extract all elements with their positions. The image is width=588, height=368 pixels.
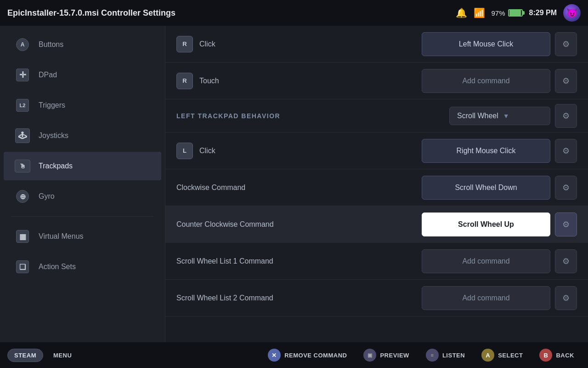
sidebar-item-virtual-menus[interactable]: ▦ Virtual Menus — [4, 222, 161, 251]
a-button-icon: A — [481, 349, 494, 362]
row-badge-r2: R — [176, 73, 193, 89]
left-trackpad-section-header: LEFT TRACKPAD BEHAVIOR Scroll Wheel ▼ ⚙ — [165, 99, 588, 132]
back-button[interactable]: B BACK — [533, 346, 581, 364]
row-label-text: Scroll Wheel List 1 Command — [176, 257, 273, 265]
dropdown-arrow-icon: ▼ — [503, 112, 509, 120]
battery-info: 97% — [492, 9, 523, 17]
sidebar-item-joysticks[interactable]: 🕹 Joysticks — [4, 121, 161, 150]
gear-button[interactable]: ⚙ — [555, 249, 577, 273]
virtual-menus-icon: ▦ — [15, 229, 30, 244]
select-label: SELECT — [498, 352, 523, 359]
row-label-text: Clockwise Command — [176, 184, 245, 192]
scroll-wheel-down-button[interactable]: Scroll Wheel Down — [422, 176, 550, 200]
row-label-text: Click — [199, 147, 215, 155]
action-sets-icon: ❏ — [15, 259, 30, 275]
remove-command-button[interactable]: ✕ REMOVE COMMAND — [261, 346, 353, 364]
gear-button[interactable]: ⚙ — [555, 69, 577, 93]
gyro-icon: ⊕ — [15, 189, 30, 204]
preview-button[interactable]: ▣ PREVIEW — [357, 346, 415, 364]
sidebar: A Buttons ✛ DPad L2 Triggers 🕹 Joysticks — [0, 26, 165, 342]
row-label: Counter Clockwise Command — [176, 220, 422, 229]
menu-button[interactable]: MENU — [47, 349, 78, 362]
main-layout: A Buttons ✛ DPad L2 Triggers 🕹 Joysticks — [0, 26, 588, 342]
gear-button[interactable]: ⚙ — [555, 286, 577, 310]
row-badge-r: R — [176, 36, 193, 52]
battery-icon — [508, 9, 523, 17]
window-title: EpicInstaller-15.7.0.msi Controller Sett… — [7, 8, 175, 18]
gamepad-icon: ▣ — [363, 349, 376, 362]
top-bar-right: 🔔 📶 97% 8:29 PM 😈 — [456, 4, 581, 22]
avatar-inner: 😈 — [563, 4, 581, 22]
scroll-list-1-add-button[interactable]: Add command — [422, 249, 550, 273]
gear-button[interactable]: ⚙ — [555, 32, 577, 56]
row-command: Scroll Wheel Down ⚙ — [422, 176, 577, 200]
row-label: R Touch — [176, 73, 422, 89]
preview-label: PREVIEW — [380, 352, 409, 359]
sidebar-item-label: Joysticks — [39, 132, 68, 140]
right-mouse-click-button[interactable]: Right Mouse Click — [422, 139, 550, 163]
clockwise-row: Clockwise Command Scroll Wheel Down ⚙ — [165, 169, 588, 206]
gear-button[interactable]: ⚙ — [555, 176, 577, 200]
clock: 8:29 PM — [529, 9, 557, 17]
select-button[interactable]: A SELECT — [475, 346, 529, 364]
avatar[interactable]: 😈 — [563, 4, 581, 22]
bottom-bar: STEAM MENU ✕ REMOVE COMMAND ▣ PREVIEW ≡ … — [0, 342, 588, 368]
listen-button[interactable]: ≡ LISTEN — [419, 346, 471, 364]
scroll-list-2-row: Scroll Wheel List 2 Command Add command … — [165, 280, 588, 316]
sidebar-item-label: Trackpads — [39, 162, 73, 170]
sidebar-item-trackpads[interactable]: 🖱 Trackpads — [4, 152, 161, 180]
top-bar: EpicInstaller-15.7.0.msi Controller Sett… — [0, 0, 588, 26]
scroll-list-1-row: Scroll Wheel List 1 Command Add command … — [165, 243, 588, 280]
row-command: Scroll Wheel Up ⚙ — [422, 213, 577, 236]
sidebar-item-label: Action Sets — [39, 263, 76, 271]
battery-fill — [509, 10, 521, 16]
right-click-row: R Click Left Mouse Click ⚙ — [165, 26, 588, 63]
row-command: Left Mouse Click ⚙ — [422, 32, 577, 56]
b-button-icon: B — [539, 349, 552, 362]
sidebar-item-label: Buttons — [39, 40, 63, 49]
listen-label: LISTEN — [442, 352, 465, 359]
gear-button[interactable]: ⚙ — [555, 213, 577, 236]
wifi-icon: 📶 — [474, 7, 485, 18]
battery-percent: 97% — [492, 9, 505, 17]
gear-button[interactable]: ⚙ — [555, 139, 577, 163]
joysticks-icon: 🕹 — [15, 128, 30, 144]
triggers-icon: L2 — [15, 98, 30, 113]
row-label: Scroll Wheel List 1 Command — [176, 257, 422, 265]
section-controls: Scroll Wheel ▼ ⚙ — [449, 104, 577, 128]
section-title: LEFT TRACKPAD BEHAVIOR — [176, 112, 449, 120]
row-label-text: Touch — [199, 77, 219, 85]
touch-row: R Touch Add command ⚙ — [165, 63, 588, 99]
sidebar-item-buttons[interactable]: A Buttons — [4, 30, 161, 59]
scroll-list-2-add-button[interactable]: Add command — [422, 286, 550, 310]
notification-icon[interactable]: 🔔 — [456, 7, 467, 18]
content-area: R Click Left Mouse Click ⚙ R Touch Add c… — [165, 26, 588, 342]
sidebar-item-dpad[interactable]: ✛ DPad — [4, 61, 161, 89]
touch-add-command-button[interactable]: Add command — [422, 69, 550, 93]
section-gear-button[interactable]: ⚙ — [555, 104, 577, 128]
dpad-icon: ✛ — [15, 67, 30, 83]
sidebar-item-triggers[interactable]: L2 Triggers — [4, 91, 161, 120]
row-command: Add command ⚙ — [422, 249, 577, 273]
row-label: R Click — [176, 36, 422, 52]
sidebar-divider — [11, 216, 154, 217]
counter-clockwise-row: Counter Clockwise Command Scroll Wheel U… — [165, 206, 588, 243]
buttons-icon: A — [15, 37, 30, 52]
behavior-dropdown[interactable]: Scroll Wheel ▼ — [449, 107, 550, 125]
steam-button[interactable]: STEAM — [7, 349, 43, 362]
sidebar-item-label: Triggers — [39, 101, 65, 109]
row-label-text: Counter Clockwise Command — [176, 220, 274, 229]
row-label-text: Scroll Wheel List 2 Command — [176, 294, 273, 302]
trackpads-icon: 🖱 — [15, 158, 30, 174]
sidebar-item-action-sets[interactable]: ❏ Action Sets — [4, 253, 161, 281]
row-command: Add command ⚙ — [422, 69, 577, 93]
left-mouse-click-button[interactable]: Left Mouse Click — [422, 32, 550, 56]
back-label: BACK — [556, 352, 574, 359]
scroll-wheel-up-button[interactable]: Scroll Wheel Up — [422, 213, 550, 236]
row-label: Scroll Wheel List 2 Command — [176, 294, 422, 302]
row-badge-l: L — [176, 143, 193, 159]
click-row: L Click Right Mouse Click ⚙ — [165, 132, 588, 169]
listen-icon: ≡ — [426, 349, 439, 362]
row-label: Clockwise Command — [176, 184, 422, 192]
sidebar-item-gyro[interactable]: ⊕ Gyro — [4, 182, 161, 211]
